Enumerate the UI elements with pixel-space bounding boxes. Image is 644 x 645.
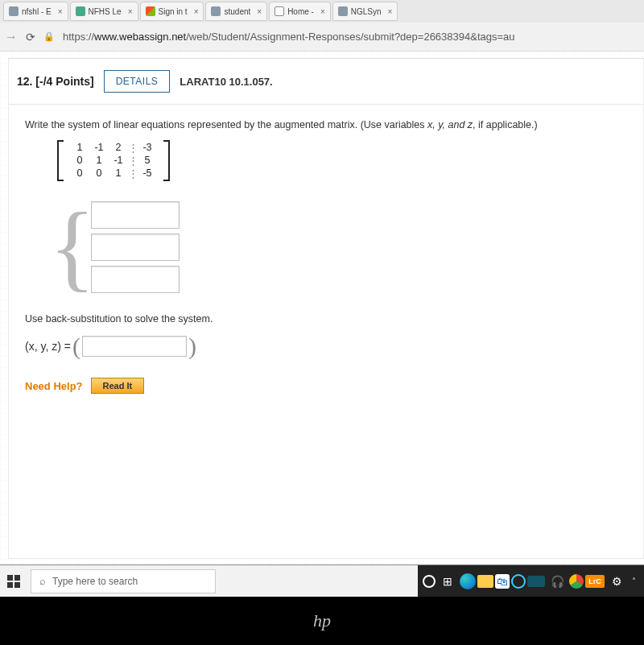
windows-logo-icon <box>7 575 20 588</box>
browser-tab[interactable]: NFHS Le × <box>70 2 138 21</box>
curly-brace-icon: { <box>49 199 96 296</box>
equation-input-2[interactable] <box>91 234 180 261</box>
matrix-cell: 1 <box>109 167 128 180</box>
bracket-right-icon <box>163 140 170 181</box>
solution-tuple-input[interactable] <box>82 336 187 357</box>
matrix-divider: ⋮ <box>128 142 138 154</box>
url-path: /web/Student/Assignment-Responses/submit… <box>186 31 514 43</box>
windows-taskbar: ⌕ Type here to search ⊞ 🛍 🎧 LrC ⚙ ˄ <box>0 564 644 597</box>
matrix-cell: -1 <box>109 155 128 167</box>
paren-right-icon: ) <box>188 333 196 360</box>
tray-expand-icon[interactable]: ˄ <box>629 577 639 585</box>
close-icon[interactable]: × <box>257 7 262 16</box>
matrix-cell: 0 <box>70 155 89 167</box>
search-icon: ⌕ <box>39 575 46 587</box>
need-help-row: Need Help? Read It <box>25 378 627 394</box>
tab-title: Sign in t <box>159 7 188 16</box>
matrix-cell: 2 <box>109 142 128 154</box>
tab-title: student <box>224 7 250 16</box>
matrix-cell: -1 <box>89 142 109 154</box>
url-display[interactable]: https://www.webassign.net/web/Student/As… <box>63 31 515 43</box>
address-bar: → ⟳ 🔒 https://www.webassign.net/web/Stud… <box>0 23 644 52</box>
chrome-icon[interactable] <box>569 574 584 589</box>
favicon-icon <box>146 6 155 16</box>
matrix-grid: 1 -1 2 ⋮ -3 0 1 -1 ⋮ 5 0 0 1 ⋮ <box>64 140 163 181</box>
equation-input-3[interactable] <box>91 266 180 293</box>
matrix-cell: 0 <box>70 167 89 180</box>
question-card: 12. [-/4 Points] DETAILS LARAT10 10.1.05… <box>8 58 644 559</box>
edge-icon[interactable] <box>460 573 476 589</box>
headset-icon[interactable]: 🎧 <box>547 571 568 592</box>
book-reference: LARAT10 10.1.057. <box>180 76 272 88</box>
system-tray: ⊞ 🛍 🎧 LrC ⚙ ˄ <box>418 565 644 597</box>
tab-title: nfshl - E <box>22 7 52 16</box>
tab-title: NFHS Le <box>89 7 122 16</box>
taskbar-search[interactable]: ⌕ Type here to search <box>31 569 216 593</box>
read-it-button[interactable]: Read It <box>91 378 145 394</box>
task-view-icon[interactable]: ⊞ <box>437 571 458 592</box>
favicon-icon <box>76 6 85 16</box>
store-icon[interactable]: 🛍 <box>495 574 510 589</box>
matrix-cell: 5 <box>138 155 157 167</box>
augmented-matrix: 1 -1 2 ⋮ -3 0 1 -1 ⋮ 5 0 0 1 ⋮ <box>57 140 170 181</box>
question-number: 12. [-/4 Points] <box>17 75 94 88</box>
tab-title: Home - <box>287 7 314 16</box>
svg-rect-0 <box>7 575 13 581</box>
favicon-icon <box>338 6 348 16</box>
matrix-cell: -5 <box>138 167 157 180</box>
hp-logo-icon: hp <box>313 610 331 631</box>
matrix-cell: 0 <box>89 167 109 180</box>
close-icon[interactable]: × <box>320 7 325 16</box>
question-prompt: Write the system of linear equations rep… <box>25 119 627 130</box>
forward-arrow-icon[interactable]: → <box>5 30 18 44</box>
browser-tab[interactable]: Home - × <box>269 2 331 21</box>
matrix-cell: 1 <box>89 155 109 167</box>
browser-tab[interactable]: nfshl - E × <box>3 2 68 21</box>
equation-input-1[interactable] <box>91 201 180 229</box>
app-icon[interactable] <box>511 574 526 589</box>
back-substitution-instruction: Use back-substitution to solve the syste… <box>25 313 627 325</box>
laptop-bezel: hp <box>0 597 644 645</box>
bracket-left-icon <box>57 140 64 181</box>
need-help-label: Need Help? <box>25 380 83 392</box>
solution-tuple-row: (x, y, z) = ( ) <box>25 333 627 360</box>
browser-tab[interactable]: NGLSyn × <box>332 2 398 21</box>
favicon-icon <box>275 6 284 16</box>
svg-rect-2 <box>7 582 13 588</box>
file-explorer-icon[interactable] <box>477 575 493 588</box>
svg-rect-3 <box>14 582 20 588</box>
browser-tab[interactable]: student × <box>205 2 267 21</box>
settings-gear-icon[interactable]: ⚙ <box>606 571 627 592</box>
svg-rect-1 <box>14 575 20 581</box>
reload-icon[interactable]: ⟳ <box>26 31 35 43</box>
lightroom-icon[interactable]: LrC <box>585 575 605 588</box>
search-placeholder: Type here to search <box>52 576 138 587</box>
start-button[interactable] <box>0 565 27 597</box>
favicon-icon <box>9 6 19 16</box>
browser-tab-strip: nfshl - E × NFHS Le × Sign in t × studen… <box>0 0 644 23</box>
browser-tab[interactable]: Sign in t × <box>140 2 204 21</box>
favicon-icon <box>211 6 221 16</box>
close-icon[interactable]: × <box>194 7 199 16</box>
paren-left-icon: ( <box>72 333 80 360</box>
matrix-cell: -3 <box>138 142 157 154</box>
question-header: 12. [-/4 Points] DETAILS LARAT10 10.1.05… <box>9 59 643 105</box>
cortana-icon[interactable] <box>423 575 436 588</box>
equation-inputs <box>91 201 180 293</box>
lock-icon[interactable]: 🔒 <box>43 31 55 42</box>
mail-icon[interactable] <box>527 576 545 587</box>
matrix-divider: ⋮ <box>128 155 138 167</box>
matrix-divider: ⋮ <box>128 167 138 180</box>
url-domain: www.webassign.net <box>94 31 186 43</box>
close-icon[interactable]: × <box>128 7 133 16</box>
page-viewport: 12. [-/4 Points] DETAILS LARAT10 10.1.05… <box>0 52 644 575</box>
matrix-cell: 1 <box>70 142 89 154</box>
details-button[interactable]: DETAILS <box>104 70 171 93</box>
question-body: Write the system of linear equations rep… <box>9 105 643 408</box>
tuple-label: (x, y, z) = <box>25 340 71 353</box>
close-icon[interactable]: × <box>388 7 393 16</box>
url-prefix: https:// <box>63 31 94 43</box>
equation-system-group: { <box>49 199 627 296</box>
close-icon[interactable]: × <box>58 7 63 16</box>
tab-title: NGLSyn <box>351 7 382 16</box>
